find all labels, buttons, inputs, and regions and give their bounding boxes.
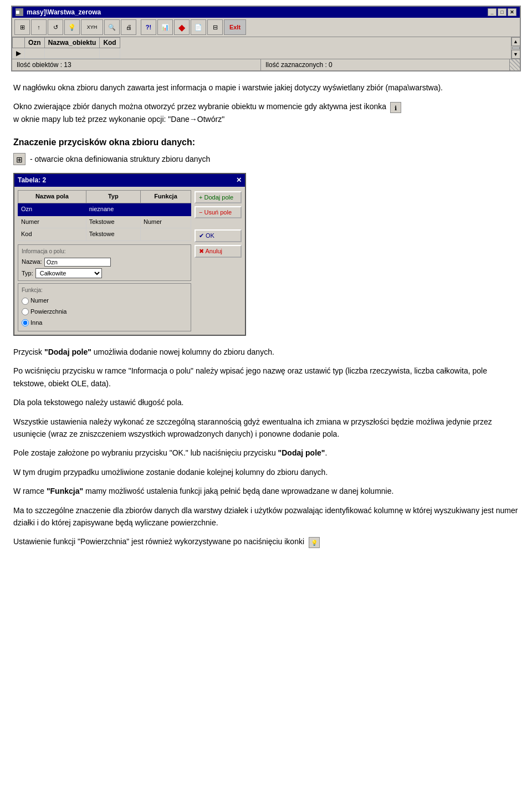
- title-controls[interactable]: _ □ ✕: [488, 8, 516, 16]
- row-marker: ▶: [13, 48, 25, 59]
- info-section: Informacja o polu: Nazwa: Typ: Całkowite…: [18, 244, 191, 282]
- radio-numer-row: Numer: [22, 296, 187, 306]
- cell-nazwa: [44, 48, 100, 59]
- maximize-button[interactable]: □: [498, 8, 507, 16]
- section-title: Znaczenie przycisków okna zbioru danych:: [13, 135, 519, 150]
- status-bar: Ilość obiektów : 13 Ilość zaznaczonych :…: [12, 59, 520, 70]
- chart-button[interactable]: 📊: [157, 19, 173, 35]
- remove-field-button[interactable]: − Usuń pole: [195, 206, 242, 218]
- add-field-button[interactable]: + Dodaj pole: [195, 191, 242, 203]
- col-funkcja: Funkcja: [141, 191, 191, 203]
- radio-inna[interactable]: [22, 319, 29, 326]
- funkcja-section-title: Funkcja:: [22, 286, 187, 295]
- window-title: masy]\Warstwa_zerowa: [27, 8, 101, 16]
- cell-kod: [100, 48, 120, 59]
- kod-name: Kod: [18, 228, 86, 241]
- exit-button[interactable]: ExIt: [224, 19, 246, 35]
- refresh-button[interactable]: ↺: [48, 19, 63, 35]
- scrollbar-right[interactable]: ▲ ▼: [511, 37, 520, 59]
- para-6: Wszystkie ustawienia należy wykonać ze s…: [13, 416, 519, 441]
- cell-ozn: [25, 48, 45, 59]
- bulb-button[interactable]: 💡: [64, 19, 80, 35]
- dialog-fields-table: Nazwa pola Typ Funkcja Ozn nieznane Nume…: [18, 190, 191, 241]
- info-section-title: Informacja o polu:: [22, 247, 187, 256]
- cancel-button[interactable]: ✖ Anuluj: [195, 245, 242, 258]
- para-2: Okno zwierające zbiór danych można otwor…: [13, 100, 519, 125]
- inline-bulb-icon: 💡: [309, 537, 320, 548]
- type-select[interactable]: Całkowite Rzeczywiste Tekstowe OLE Data: [35, 268, 102, 278]
- doc-button[interactable]: 📄: [191, 19, 206, 35]
- radio-powierzchnia-label: Powierzchnia: [30, 307, 66, 317]
- table-area: Ozn Nazwa_obiektu Kod ▶ ▲ ▼: [12, 37, 520, 59]
- col-nazwa-pola: Nazwa pola: [18, 191, 86, 203]
- para-3: Przycisk "Dodaj pole" umożliwia dodanie …: [13, 346, 519, 358]
- table-wrapper: Ozn Nazwa_obiektu Kod ▶: [12, 37, 511, 59]
- scroll-up-arrow[interactable]: ▲: [511, 37, 520, 46]
- para-10: Ma to szczególne znaczenie dla zbiorów d…: [13, 504, 519, 529]
- para-9: W ramce "Funkcja" mamy możliwość ustalen…: [13, 485, 519, 497]
- type-row: Typ: Całkowite Rzeczywiste Tekstowe OLE …: [22, 268, 187, 278]
- ok-button[interactable]: ✔ OK: [195, 229, 242, 242]
- title-bar: ■ masy]\Warstwa_zerowa _ □ ✕: [12, 7, 520, 18]
- inline-info-icon: ℹ: [390, 102, 401, 113]
- window-icon: ■: [16, 8, 23, 16]
- radio-powierzchnia[interactable]: [22, 308, 29, 315]
- radio-inna-label: Inna: [30, 318, 42, 328]
- dialog-body: Nazwa pola Typ Funkcja Ozn nieznane Nume…: [14, 187, 245, 335]
- scroll-down-arrow[interactable]: ▼: [511, 50, 520, 59]
- para-11-text: Ustawienie funkcji "Powierzchnia" jest r…: [13, 537, 304, 546]
- para-5: Dla pola tekstowego należy ustawić długo…: [13, 396, 519, 408]
- field-row-kod[interactable]: Kod Tekstowe: [18, 228, 191, 241]
- dialog-close-icon[interactable]: ✕: [236, 175, 242, 186]
- dialog-right-panel: + Dodaj pole − Usuń pole ✔ OK ✖ Anuluj: [195, 190, 242, 331]
- minimize-button[interactable]: _: [488, 8, 497, 16]
- grid2-button[interactable]: ⊟: [207, 19, 223, 35]
- col-typ: Typ: [86, 191, 140, 203]
- field-row-numer[interactable]: Numer Tekstowe Numer: [18, 216, 191, 228]
- para-7: Pole zostaje założone po wybraniu przyci…: [13, 447, 519, 459]
- title-bar-left: ■ masy]\Warstwa_zerowa: [16, 8, 101, 16]
- scroll-thumb[interactable]: [512, 47, 520, 49]
- selected-count: Ilość zaznaczonych : 0: [261, 59, 510, 70]
- name-input[interactable]: [44, 258, 111, 267]
- help-button[interactable]: ?!: [141, 19, 156, 35]
- button-desc-text: - otwarcie okna definiowania struktury z…: [30, 153, 210, 165]
- up-button[interactable]: ↑: [31, 19, 47, 35]
- search-button[interactable]: 🔍: [104, 19, 120, 35]
- table-button[interactable]: ⊞: [14, 19, 30, 35]
- row-indicator-header: [13, 38, 25, 48]
- ozn-type: nieznane: [86, 203, 140, 216]
- gem-button[interactable]: ◆: [174, 19, 190, 35]
- field-row-ozn[interactable]: Ozn nieznane: [18, 203, 191, 216]
- radio-numer[interactable]: [22, 298, 29, 305]
- name-row: Nazwa:: [22, 257, 187, 267]
- para-2-suffix: w oknie mapy lub też przez wykonanie opc…: [13, 115, 224, 124]
- ozn-name: Ozn: [18, 203, 86, 216]
- grid-define-icon: ⊞: [13, 153, 25, 165]
- main-window: ■ masy]\Warstwa_zerowa _ □ ✕ ⊞ ↑ ↺ 💡 XYH…: [11, 6, 521, 71]
- btn-spacer: [195, 221, 242, 227]
- radio-powierzchnia-row: Powierzchnia: [22, 307, 187, 317]
- close-button[interactable]: ✕: [508, 8, 516, 16]
- xyz-button[interactable]: XYH: [81, 19, 103, 35]
- para-8: W tym drugim przypadku umożliwione zosta…: [13, 466, 519, 478]
- button-desc-row: ⊞ - otwarcie okna definiowania struktury…: [13, 153, 519, 165]
- funkcja-section: Funkcja: Numer Powierzchnia Inna: [18, 283, 191, 331]
- print-button[interactable]: 🖨: [121, 19, 136, 35]
- type-label: Typ:: [22, 269, 33, 279]
- radio-inna-row: Inna: [22, 318, 187, 328]
- col-ozn-header: Ozn: [25, 38, 45, 48]
- toolbar: ⊞ ↑ ↺ 💡 XYH 🔍 🖨 ?! 📊 ◆ 📄 ⊟ ExIt: [12, 18, 520, 37]
- dialog-left-panel: Nazwa pola Typ Funkcja Ozn nieznane Nume…: [18, 190, 191, 331]
- para-11: Ustawienie funkcji "Powierzchnia" jest r…: [13, 535, 519, 548]
- object-count: Ilość obiektów : 13: [12, 59, 261, 70]
- data-table: Ozn Nazwa_obiektu Kod ▶: [12, 37, 120, 59]
- col-kod-header: Kod: [100, 38, 120, 48]
- name-label: Nazwa:: [22, 257, 42, 267]
- dialog-screenshot: Tabela: 2 ✕ Nazwa pola Typ Funkcja: [13, 173, 246, 336]
- table-row: ▶: [13, 48, 120, 59]
- numer-func: Numer: [141, 216, 191, 228]
- resize-handle[interactable]: [510, 59, 520, 70]
- main-content: W nagłówku okna zbioru danych zawarta je…: [11, 81, 521, 548]
- kod-func: [141, 228, 191, 241]
